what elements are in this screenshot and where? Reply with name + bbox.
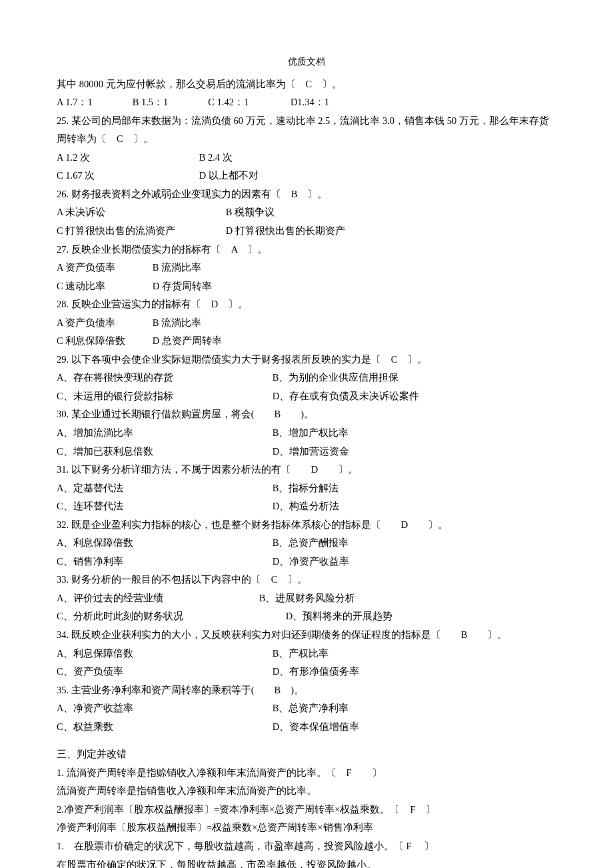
q35-row1: A、净资产收益率 B、总资产净利率 (57, 699, 556, 718)
q28-row1: A 资产负债率 B 流淌比率 (57, 314, 556, 333)
q34: 34. 既反映企业获利实力的大小，又反映获利实力对归还到期债务的保证程度的指标是… (57, 626, 556, 645)
q29: 29. 以下各项中会使企业实际短期偿债实力大于财务报表所反映的实力是〔 C 〕。 (57, 351, 556, 369)
opt-c: C 利息保障倍数 (57, 332, 150, 351)
opt-b: B、总资产酬报率 (273, 534, 349, 553)
judge-2-correction: 净资产利润率〔股东权益酬报率〕=权益乘数×总资产周转率×销售净利率 (57, 819, 556, 837)
q32: 32. 既是企业盈利实力指标的核心，也是整个财务指标体系核心的指标是〔 D 〕。 (57, 516, 556, 535)
opt-d: D、有形净值债务率 (273, 663, 359, 681)
opt-b: B、为别的企业供应信用担保 (273, 369, 399, 387)
opt-a: A、净资产收益率 (57, 699, 270, 718)
opt-b: B、产权比率 (273, 645, 329, 663)
opt-a: A、利息保障倍数 (57, 534, 270, 553)
q30: 30. 某企业通过长期银行借款购置房屋，将会( B )。 (57, 405, 556, 424)
opt-c: C、增加已获利息倍数 (57, 443, 270, 461)
opt-a: A、利息保障倍数 (57, 645, 270, 663)
q28-row2: C 利息保障倍数 D 总资产周转率 (57, 332, 556, 351)
q25-row2: C 1.67 次 D 以上都不对 (57, 167, 556, 185)
q25-row1: A 1.2 次 B 2.4 次 (57, 149, 556, 167)
opt-a: A 资产负债率 (57, 314, 150, 333)
q25: 25. 某公司的局部年末数据为：流淌负债 60 万元，速动比率 2.5，流淌比率… (57, 112, 556, 149)
opt-d: D、构造分析法 (273, 497, 339, 516)
q24-options: A 1.7：1 B 1.5：1 C 1.42：1 D1.34：1 (57, 93, 556, 112)
q31: 31. 以下财务分析详细方法，不属于因素分析法的有〔 D 〕。 (57, 461, 556, 479)
q33: 33. 财务分析的一般目的不包括以下内容中的〔 C 〕。 (57, 571, 556, 589)
opt-c: C、销售净利率 (57, 553, 270, 571)
q28: 28. 反映企业营运实力的指标有〔 D 〕。 (57, 295, 556, 314)
judge-3: 1. 在股票市价确定的状况下，每股收益越高，市盈率越高，投资风险越小。〔 F 〕 (57, 837, 556, 856)
opt-b: B、指标分解法 (273, 479, 339, 498)
opt-a: A、评价过去的经营业绩 (57, 589, 257, 608)
opt-a: A、定基替代法 (57, 479, 270, 498)
judge-1: 1. 流淌资产周转率是指赊销收入净额和年末流淌资产的比率。〔 F 〕 (57, 764, 556, 783)
q31-row1: A、定基替代法 B、指标分解法 (57, 479, 556, 498)
q32-row2: C、销售净利率 D、净资产收益率 (57, 553, 556, 571)
page-header: 优质文档 (57, 53, 556, 71)
opt-d: D、增加营运资金 (273, 443, 349, 461)
q26-row1: A 未决诉讼 B 税额争议 (57, 203, 556, 222)
opt-d: D 打算很快出售的长期资产 (226, 222, 345, 241)
judge-1-correction: 流淌资产周转率是指销售收入净额和年末流淌资产的比率。 (57, 782, 556, 801)
q30-row2: C、增加已获利息倍数 D、增加营运资金 (57, 443, 556, 461)
opt-d: D、预料将来的开展趋势 (286, 607, 392, 626)
opt-b: B、增加产权比率 (273, 424, 349, 443)
q27: 27. 反映企业长期偿债实力的指标有〔 A 〕。 (57, 241, 556, 259)
opt-c: C、分析此时此刻的财务状况 (57, 607, 283, 626)
opt-d: D1.34：1 (291, 93, 329, 112)
q33-row1: A、评价过去的经营业绩 B、进展财务风险分析 (57, 589, 556, 608)
opt-c: C 1.67 次 (57, 167, 197, 185)
opt-b: B 税额争议 (226, 203, 275, 222)
opt-d: D 存货周转率 (153, 277, 212, 296)
q26-row2: C 打算很快出售的流淌资产 D 打算很快出售的长期资产 (57, 222, 556, 241)
q29-row1: A、存在将很快变现的存货 B、为别的企业供应信用担保 (57, 369, 556, 387)
q27-row1: A 资产负债率 B 流淌比率 (57, 259, 556, 277)
q35: 35. 主营业务净利率和资产周转率的乘积等于( B )。 (57, 681, 556, 700)
opt-d: D、净资产收益率 (273, 553, 349, 571)
opt-d: D、存在或有负债及未决诉讼案件 (273, 387, 419, 406)
opt-a: A 资产负债率 (57, 259, 150, 277)
opt-a: A 未决诉讼 (57, 203, 223, 222)
q31-row2: C、连环替代法 D、构造分析法 (57, 497, 556, 516)
opt-b: B、总资产净利率 (273, 699, 349, 718)
q32-row1: A、利息保障倍数 B、总资产酬报率 (57, 534, 556, 553)
opt-a: A、增加流淌比率 (57, 424, 270, 443)
opt-b: B 流淌比率 (153, 259, 201, 277)
opt-c: C 速动比率 (57, 277, 150, 296)
opt-c: C、未运用的银行贷款指标 (57, 387, 270, 406)
opt-d: D、资本保值增值率 (273, 718, 359, 737)
q34-row2: C、资产负债率 D、有形净值债务率 (57, 663, 556, 681)
q35-row2: C、权益乘数 D、资本保值增值率 (57, 718, 556, 737)
q34-row1: A、利息保障倍数 B、产权比率 (57, 645, 556, 663)
opt-d: D 以上都不对 (199, 167, 259, 185)
opt-a: A 1.2 次 (57, 149, 197, 167)
opt-c: C、权益乘数 (57, 718, 270, 737)
opt-b: B 流淌比率 (153, 314, 201, 333)
q33-row2: C、分析此时此刻的财务状况 D、预料将来的开展趋势 (57, 607, 556, 626)
q27-row2: C 速动比率 D 存货周转率 (57, 277, 556, 296)
opt-c: C、资产负债率 (57, 663, 270, 681)
opt-a: A、存在将很快变现的存货 (57, 369, 270, 387)
q29-row2: C、未运用的银行贷款指标 D、存在或有负债及未决诉讼案件 (57, 387, 556, 406)
opt-b: B、进展财务风险分析 (259, 589, 356, 608)
opt-d: D 总资产周转率 (153, 332, 222, 351)
q24-continuation: 其中 80000 元为应付帐款，那么交易后的流淌比率为〔 C 〕。 (57, 75, 556, 94)
judge-3-correction: 在股票市价确定的状况下，每股收益越高，市盈率越低，投资风险越小。 (57, 856, 556, 868)
q30-row1: A、增加流淌比率 B、增加产权比率 (57, 424, 556, 443)
opt-a: A 1.7：1 (57, 93, 130, 112)
section-3-title: 三、判定并改错 (57, 745, 556, 764)
opt-b: B 1.5：1 (133, 93, 206, 112)
opt-c: C 1.42：1 (208, 93, 288, 112)
q26: 26. 财务报表资料之外减弱企业变现实力的因素有〔 B 〕。 (57, 185, 556, 204)
opt-c: C、连环替代法 (57, 497, 270, 516)
opt-c: C 打算很快出售的流淌资产 (57, 222, 223, 241)
judge-2: 2.净资产利润率〔股东权益酬报率〕=资本净利率×总资产周转率×权益乘数。〔 F … (57, 801, 556, 819)
opt-b: B 2.4 次 (199, 149, 233, 167)
